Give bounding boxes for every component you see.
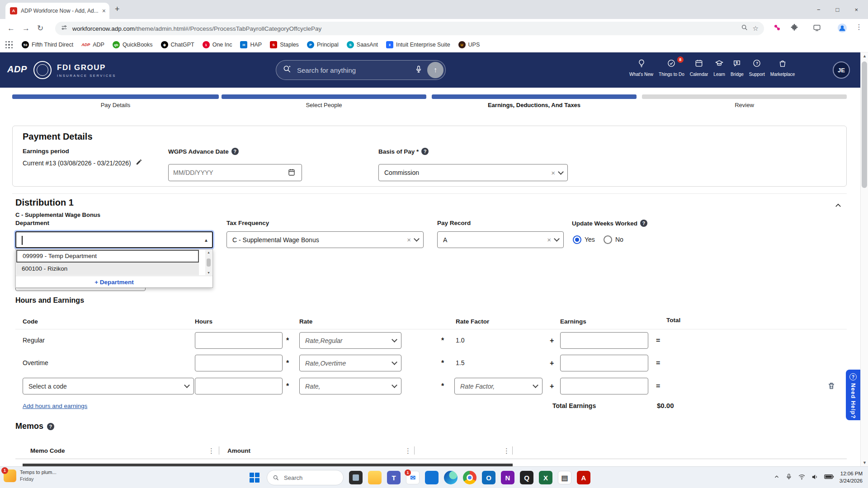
extension-pink-icon[interactable]	[773, 23, 781, 33]
bookmark-saasant[interactable]: SSaasAnt	[347, 41, 378, 48]
scroll-down-icon[interactable]: ▼	[207, 271, 210, 274]
url-bar[interactable]: workforcenow.adp.com/theme/admin.html#/P…	[55, 22, 764, 35]
window-maximize-button[interactable]: □	[836, 6, 840, 13]
department-option[interactable]: 099999 - Temp Department	[16, 250, 199, 263]
tax-frequency-select[interactable]: C - Supplemental Wage Bonus ×	[226, 231, 424, 248]
mail-icon[interactable]: ✉1	[406, 471, 420, 484]
profile-icon[interactable]	[837, 23, 847, 35]
hours-input-custom[interactable]	[195, 378, 283, 394]
taskbar-search[interactable]	[267, 470, 344, 485]
nav-marketplace[interactable]: Marketplace	[770, 59, 795, 77]
forward-icon[interactable]: →	[22, 24, 30, 33]
pay-record-select[interactable]: A ×	[437, 231, 564, 248]
collapse-chevron-icon[interactable]	[834, 202, 842, 211]
column-menu-kebab-icon[interactable]: ⋮	[208, 447, 215, 455]
taskbar-clock[interactable]: 12:06 PM 3/24/2026	[840, 470, 863, 484]
bookmark-intuit[interactable]: ‖Intuit Enterprise Suite	[386, 41, 450, 48]
scroll-down-icon[interactable]: ▼	[861, 459, 868, 466]
refresh-icon[interactable]: ↻	[37, 23, 43, 33]
scroll-up-icon[interactable]: ▲	[861, 52, 868, 60]
step-label-earnings[interactable]: Earnings, Deductions, And Taxes	[432, 102, 637, 110]
chrome-icon[interactable]	[463, 471, 476, 484]
nav-support[interactable]: ? Support	[749, 59, 765, 77]
bookmark-principal[interactable]: PPrincipal	[307, 41, 339, 48]
apps-grid-icon[interactable]	[5, 41, 13, 48]
nav-things-to-do[interactable]: Things to Do 8	[659, 59, 684, 77]
back-icon[interactable]: ←	[7, 24, 15, 33]
bookmark-fifth-third[interactable]: 53Fifth Third Direct	[22, 41, 73, 48]
bookmark-one-inc[interactable]: 1One Inc	[203, 41, 232, 48]
add-department-button[interactable]: + Department	[16, 276, 212, 288]
browser-menu-kebab-icon[interactable]: ⋮	[855, 23, 863, 31]
calendar-input-icon[interactable]	[288, 168, 296, 178]
wgps-date-input[interactable]	[168, 164, 302, 181]
tab-close-icon[interactable]: ×	[102, 7, 106, 14]
nav-calendar[interactable]: Calendar	[690, 59, 708, 77]
cast-icon[interactable]	[813, 23, 821, 33]
bookmark-ups[interactable]: UUPS	[458, 41, 480, 48]
rate-select-overtime[interactable]: Rate,Overtime	[299, 355, 401, 371]
edge-icon[interactable]	[444, 471, 458, 484]
earnings-input-regular[interactable]	[560, 332, 648, 349]
teams-icon[interactable]: T	[387, 471, 401, 484]
page-scrollbar-thumb[interactable]	[862, 61, 867, 188]
new-tab-button[interactable]: +	[115, 5, 120, 14]
column-divider[interactable]	[512, 446, 513, 455]
earnings-input-overtime[interactable]	[560, 355, 648, 371]
clear-x-icon[interactable]: ×	[407, 236, 411, 244]
search-submit-button[interactable]: ↑	[427, 62, 443, 78]
basis-of-pay-select[interactable]: Commission ×	[378, 164, 568, 181]
bookmark-quickbooks[interactable]: qbQuickBooks	[113, 41, 153, 48]
bookmark-chatgpt[interactable]: ∗ChatGPT	[161, 41, 194, 48]
mic-icon[interactable]	[415, 65, 423, 75]
site-info-icon[interactable]	[61, 24, 68, 33]
quickbooks-icon[interactable]: Q	[520, 471, 533, 484]
clear-x-icon[interactable]: ×	[551, 169, 555, 177]
combobox-toggle-icon[interactable]: ▲	[204, 238, 208, 243]
excel-icon[interactable]: X	[539, 471, 552, 484]
hours-input-overtime[interactable]	[195, 355, 283, 371]
basis-help-icon[interactable]: ?	[421, 148, 429, 155]
scroll-up-icon[interactable]: ▲	[207, 251, 210, 254]
column-divider[interactable]	[219, 446, 219, 455]
page-scrollbar[interactable]: ▲ ▼	[860, 52, 868, 466]
hours-input-regular[interactable]	[195, 332, 283, 349]
edit-pencil-icon[interactable]	[136, 159, 142, 167]
trash-icon[interactable]	[827, 382, 835, 392]
nav-whats-new[interactable]: What's New	[629, 59, 653, 77]
column-divider[interactable]	[414, 446, 415, 455]
user-avatar[interactable]: JE	[833, 61, 850, 79]
global-search[interactable]: ↑	[276, 60, 446, 80]
nav-learn[interactable]: Learn	[713, 59, 725, 77]
memos-help-icon[interactable]: ?	[47, 423, 54, 430]
tray-volume-icon[interactable]	[811, 473, 819, 483]
rate-select-custom[interactable]: Rate,	[299, 378, 401, 394]
nav-bridge[interactable]: B Bridge	[731, 59, 744, 77]
column-menu-kebab-icon[interactable]: ⋮	[405, 447, 411, 455]
app-blue-icon[interactable]	[425, 471, 439, 484]
acrobat-icon[interactable]: A	[577, 471, 590, 484]
onenote-icon[interactable]: N	[501, 471, 514, 484]
rate-select-regular[interactable]: Rate,Regular	[299, 332, 401, 349]
browser-tab[interactable]: A ADP Workforce Now - Add, Ad... ×	[5, 3, 109, 19]
tray-wifi-icon[interactable]	[798, 473, 806, 483]
add-hours-earnings-link[interactable]: Add hours and earnings	[23, 403, 87, 409]
tray-chevron-up-icon[interactable]	[774, 474, 780, 482]
update-weeks-help-icon[interactable]: ?	[640, 220, 647, 227]
scrollbar-thumb[interactable]	[207, 258, 211, 267]
department-option[interactable]: 600100 - Rizikon	[16, 263, 199, 275]
need-help-tab[interactable]: ? Need Help?	[846, 370, 860, 420]
weather-widget[interactable]: 1 Temps to plum... Friday	[4, 469, 57, 483]
step-label-review[interactable]: Review	[642, 102, 847, 110]
step-label-pay-details[interactable]: Pay Details	[12, 102, 219, 110]
update-weeks-yes-label[interactable]: Yes	[585, 236, 595, 243]
wgps-help-icon[interactable]: ?	[231, 148, 239, 155]
earnings-input-custom[interactable]	[560, 378, 648, 394]
rate-factor-select-custom[interactable]: Rate Factor,	[454, 378, 542, 394]
bookmark-star-icon[interactable]: ☆	[753, 24, 759, 33]
bookmark-adp[interactable]: ADPADP	[81, 41, 104, 48]
outlook-icon[interactable]: O	[482, 471, 495, 484]
tray-mic-icon[interactable]	[785, 473, 793, 482]
dropdown-scrollbar[interactable]: ▲ ▼	[205, 250, 212, 275]
step-label-select-people[interactable]: Select People	[222, 102, 426, 110]
